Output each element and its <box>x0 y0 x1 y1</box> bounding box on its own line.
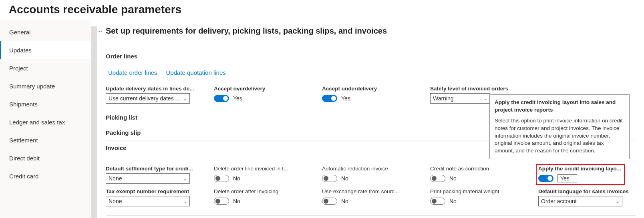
select-value: Use current delivery dates ... <box>109 95 180 102</box>
select-value: None <box>109 198 122 204</box>
select-value: None <box>109 175 122 182</box>
divider <box>106 215 636 216</box>
label-accept-overdelivery: Accept overdelivery <box>214 86 312 92</box>
label-print-packing: Print packing material weight <box>430 188 528 194</box>
sidebar-item-shipments[interactable]: Shipments <box>0 95 91 113</box>
toggle-value: No <box>449 198 457 204</box>
select-value: Order account <box>541 198 577 204</box>
label-credit-correction: Credit note as correction <box>430 166 528 172</box>
tooltip: Apply the credit invoicing layout into s… <box>489 94 630 159</box>
sidebar-item-project[interactable]: Project <box>0 59 91 77</box>
toggle-print-packing[interactable] <box>430 198 445 205</box>
label-update-delivery-dates: Update delivery dates in lines de... <box>106 86 203 92</box>
chevron-down-icon: ⌄ <box>183 96 187 101</box>
sidebar-item-settlement[interactable]: Settlement <box>0 131 91 149</box>
label-auto-reduction: Automatic reduction invoice <box>322 166 420 172</box>
link-update-order-lines[interactable]: Update order lines <box>108 69 157 76</box>
label-delete-invoiced: Delete order line invoiced in t... <box>214 166 312 172</box>
divider <box>106 43 636 43</box>
sidebar-item-ledger-sales-tax[interactable]: Ledger and sales tax <box>0 113 91 131</box>
page-title: Accounts receivable parameters <box>0 0 644 20</box>
link-update-quotation-lines[interactable]: Update quotation lines <box>166 69 225 76</box>
label-apply-credit-layout: Apply the credit invoicing layo... <box>538 166 636 172</box>
toggle-value: Yes <box>233 95 242 102</box>
group-header-order-lines[interactable]: Order lines <box>106 49 636 64</box>
toggle-accept-overdelivery[interactable] <box>214 95 229 102</box>
toggle-delete-invoiced[interactable] <box>214 175 229 182</box>
chevron-down-icon: ⌄ <box>616 199 620 204</box>
sidebar-item-general[interactable]: General <box>0 23 91 41</box>
section-title: Set up requirements for delivery, pickin… <box>106 26 636 36</box>
toggle-value: No <box>233 175 240 182</box>
label-safety-level: Safety level of invoiced orders <box>430 86 528 92</box>
label-delete-after: Delete order after invoicing <box>214 188 312 194</box>
toggle-value: Yes <box>557 174 577 182</box>
chevron-down-icon: ⌄ <box>183 176 187 181</box>
select-default-settlement[interactable]: None ⌄ <box>106 173 190 184</box>
label-use-exchange: Use exchange rate from sourc... <box>322 188 420 194</box>
toggle-accept-underdelivery[interactable] <box>322 95 337 102</box>
toggle-auto-reduction[interactable] <box>322 175 337 182</box>
select-default-lang[interactable]: Order account ⌄ <box>538 196 622 206</box>
tooltip-title: Apply the credit invoicing layout into s… <box>495 99 624 114</box>
chevron-down-icon: ⌄ <box>183 199 187 204</box>
toggle-value: No <box>341 175 348 182</box>
chevron-up-icon[interactable]: ︿ <box>98 27 103 34</box>
toggle-credit-correction[interactable] <box>430 175 445 182</box>
label-default-settlement: Default settlement type for credi... <box>106 166 203 172</box>
tooltip-body: Select this option to print invoice info… <box>495 117 624 155</box>
label-tax-exempt: Tax exempt number requirement <box>106 188 203 194</box>
toggle-use-exchange[interactable] <box>322 198 337 205</box>
select-safety-level[interactable]: Warning ⌄ <box>430 93 490 104</box>
sidebar: General Updates Project Summary update S… <box>0 20 91 218</box>
select-value: Warning <box>433 95 454 102</box>
collapse-bar[interactable] <box>91 26 97 218</box>
chevron-down-icon: ⌄ <box>484 96 487 101</box>
toggle-value: No <box>233 198 240 204</box>
label-default-lang: Default language for sales invoices <box>538 188 636 194</box>
toggle-value: Yes <box>341 95 350 102</box>
label-accept-underdelivery: Accept underdelivery <box>322 86 420 92</box>
toggle-value: No <box>449 175 457 182</box>
toggle-apply-credit-layout[interactable] <box>538 175 553 182</box>
toggle-delete-after[interactable] <box>214 198 229 205</box>
select-update-delivery-dates[interactable]: Use current delivery dates ... ⌄ <box>106 93 190 104</box>
sidebar-item-updates[interactable]: Updates <box>0 41 91 59</box>
sidebar-item-summary-update[interactable]: Summary update <box>0 77 91 95</box>
sidebar-item-direct-debit[interactable]: Direct debit <box>0 149 91 167</box>
sidebar-item-credit-card[interactable]: Credit card <box>0 167 91 185</box>
toggle-value: No <box>341 198 348 204</box>
select-tax-exempt[interactable]: None ⌄ <box>106 196 190 206</box>
